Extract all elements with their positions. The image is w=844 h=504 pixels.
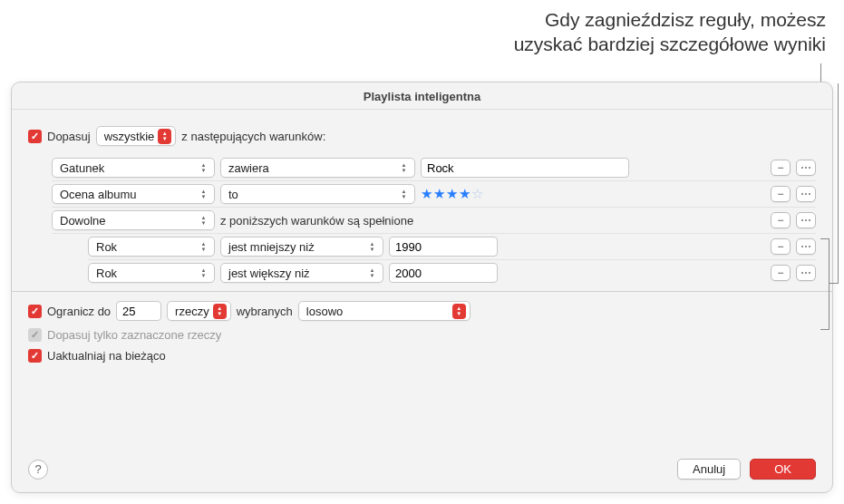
nested-rule-row: Rok jest większy niż − ⋯ — [88, 260, 816, 286]
help-button[interactable]: ? — [28, 460, 48, 480]
updown-icon — [213, 304, 227, 319]
window-content: Dopasuj wszystkie z następujących warunk… — [12, 110, 832, 450]
annotation-pointer — [820, 63, 821, 83]
window-title: Playlista inteligentna — [12, 82, 832, 110]
annotation-bracket — [820, 329, 829, 330]
updown-icon — [397, 160, 411, 176]
updown-icon — [197, 239, 210, 255]
rule-op-value: zawiera — [228, 161, 269, 175]
remove-rule-button[interactable]: − — [771, 238, 791, 255]
rule-op-select[interactable]: jest większy niż — [220, 263, 383, 283]
rule-more-button[interactable]: ⋯ — [796, 186, 816, 202]
smart-playlist-window: Playlista inteligentna Dopasuj wszystkie… — [11, 82, 833, 493]
match-checkbox[interactable] — [28, 130, 42, 143]
limit-unit-value: rzeczy — [175, 305, 209, 318]
updown-icon — [365, 266, 379, 281]
match-row: Dopasuj wszystkie z następujących warunk… — [28, 122, 816, 150]
updown-icon — [365, 239, 379, 255]
only-checked-row: Dopasuj tylko zaznaczone rzeczy — [28, 325, 816, 345]
annotation-connector — [838, 83, 839, 283]
annotation-callout: Gdy zagnieździsz reguły, możesz uzyskać … — [514, 7, 826, 57]
cancel-button[interactable]: Anuluj — [677, 459, 741, 480]
limit-row: Ogranicz do rzeczy wybranych losowo — [28, 297, 816, 325]
annotation-text-2: uzyskać bardziej szczegółowe wyniki — [514, 32, 826, 56]
rule-field-value: Ocena albumu — [60, 188, 137, 201]
limit-checkbox[interactable] — [28, 305, 42, 318]
rule-row: Gatunek zawiera − ⋯ — [52, 155, 816, 181]
rule-value-input[interactable] — [389, 263, 498, 283]
rule-value-input[interactable] — [421, 158, 629, 178]
rating-stars[interactable]: ★★★★☆ — [421, 186, 484, 202]
group-suffix: z poniższych warunków są spełnione — [220, 214, 413, 228]
rule-field-select[interactable]: Ocena albumu — [52, 184, 215, 204]
rule-row: Ocena albumu to ★★★★☆ − ⋯ — [52, 181, 816, 208]
annotation-bracket — [829, 238, 829, 329]
rule-group-row: Dowolne z poniższych warunków są spełnio… — [52, 208, 816, 234]
remove-rule-button[interactable]: − — [771, 265, 791, 281]
limit-count-input[interactable] — [116, 301, 161, 321]
remove-rule-button[interactable]: − — [771, 186, 791, 202]
separator — [12, 291, 832, 292]
updown-icon — [197, 266, 210, 281]
remove-rule-button[interactable]: − — [771, 212, 791, 228]
limit-unit-select[interactable]: rzeczy — [167, 301, 231, 321]
group-mode-value: Dowolne — [60, 214, 106, 228]
remove-rule-button[interactable]: − — [771, 160, 791, 176]
rule-field-select[interactable]: Rok — [88, 237, 215, 257]
annotation-text-1: Gdy zagnieździsz reguły, możesz — [514, 7, 826, 32]
updown-icon — [197, 187, 210, 202]
limit-mode-select[interactable]: losowo — [298, 301, 471, 321]
updown-icon — [452, 304, 466, 319]
limit-label: Ogranicz do — [47, 305, 111, 318]
rules-list: Gatunek zawiera − ⋯ Ocena albumu — [52, 155, 816, 286]
live-update-row: Uaktualniaj na bieżąco — [28, 345, 816, 366]
nested-rule-row: Rok jest mniejszy niż − ⋯ — [88, 234, 816, 260]
rule-op-select[interactable]: zawiera — [220, 158, 415, 178]
rule-op-select[interactable]: to — [220, 184, 415, 204]
annotation-connector — [829, 283, 839, 284]
live-update-checkbox[interactable] — [28, 349, 42, 363]
live-update-label: Uaktualniaj na bieżąco — [47, 349, 166, 363]
annotation-bracket — [820, 238, 829, 239]
match-mode-select[interactable]: wszystkie — [96, 126, 177, 146]
rule-field-select[interactable]: Rok — [88, 263, 215, 283]
group-mode-select[interactable]: Dowolne — [52, 210, 215, 230]
rule-op-select[interactable]: jest mniejszy niż — [220, 237, 383, 257]
match-mode-value: wszystkie — [104, 130, 155, 143]
rule-field-value: Rok — [96, 267, 117, 280]
updown-icon — [197, 160, 210, 176]
dialog-footer: ? Anuluj OK — [12, 450, 832, 492]
only-checked-checkbox — [28, 328, 42, 342]
rule-op-value: jest mniejszy niż — [228, 240, 315, 254]
rule-more-button[interactable]: ⋯ — [796, 160, 816, 176]
rule-op-value: jest większy niż — [228, 267, 310, 280]
rule-field-select[interactable]: Gatunek — [52, 158, 215, 178]
limit-mode-value: losowo — [306, 305, 343, 318]
rule-op-value: to — [228, 188, 238, 201]
match-label: Dopasuj — [47, 130, 91, 143]
rule-more-button[interactable]: ⋯ — [796, 238, 816, 255]
rule-value-input[interactable] — [389, 237, 498, 257]
updown-icon — [197, 213, 210, 228]
ok-button[interactable]: OK — [750, 459, 816, 480]
updown-icon — [158, 129, 171, 144]
rule-field-value: Rok — [96, 240, 117, 254]
rule-more-button[interactable]: ⋯ — [796, 265, 816, 281]
rule-field-value: Gatunek — [60, 161, 104, 175]
only-checked-label: Dopasuj tylko zaznaczone rzeczy — [47, 328, 221, 342]
updown-icon — [397, 187, 411, 202]
limit-selected-label: wybranych — [237, 305, 293, 318]
match-suffix: z następujących warunków: — [181, 130, 325, 143]
rule-more-button[interactable]: ⋯ — [796, 212, 816, 228]
